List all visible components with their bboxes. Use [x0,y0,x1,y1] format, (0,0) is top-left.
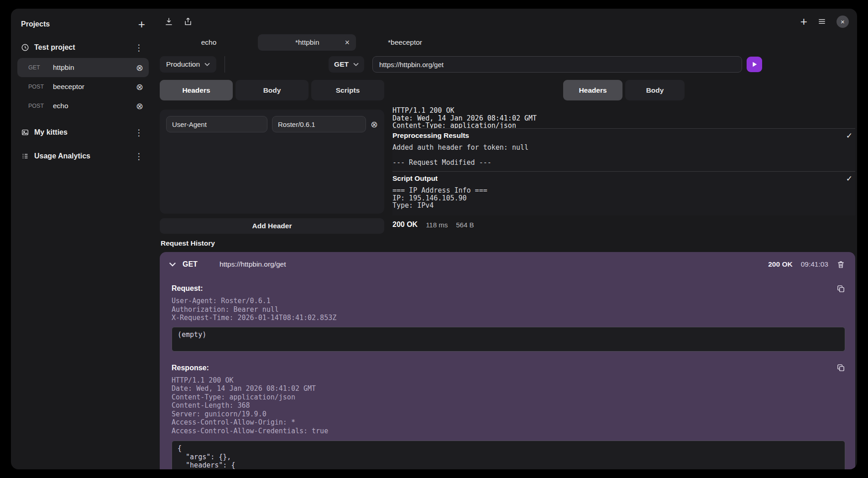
entry-url: https://httpbin.org/get [220,260,286,268]
close-tab-icon[interactable]: × [345,38,350,47]
response-headers-preview: HTTP/1.1 200 OK Date: Wed, 14 Jan 2026 0… [392,107,855,128]
status-size: 564 B [456,221,474,229]
request-method-badge: POST [28,103,53,109]
tab-request-headers[interactable]: Headers [160,80,233,100]
sidebar-header: Projects + [17,18,149,31]
method-label: GET [334,60,349,68]
environment-select[interactable]: Production [160,56,216,73]
request-editor-tabs: Headers Body Scripts [160,80,384,100]
share-icon [183,17,193,26]
new-tab-button[interactable]: + [800,16,807,27]
tab-httpbin[interactable]: *httpbin × [258,34,356,51]
copy-request-button[interactable] [837,284,845,293]
response-section-header: Response: [172,363,845,373]
tab-label: *beeceptor [388,38,422,47]
headers-editor: ⊗ [160,110,384,214]
delete-entry-button[interactable] [837,260,845,269]
request-item-httpbin[interactable]: GET httpbin ⊗ [17,58,149,77]
project-menu-button[interactable]: ⋮ [133,42,145,53]
tab-echo[interactable]: echo [160,34,258,51]
chevron-down-icon [169,262,176,267]
response-status-row: 200 OK 118 ms 564 B [392,219,855,230]
header-key-input[interactable] [166,116,267,132]
request-name: echo [53,102,136,110]
entry-meta: 200 OK 09:41:03 [768,260,845,269]
plus-icon: + [138,18,145,30]
sidebar-group-test-project[interactable]: Test project ⋮ [17,41,149,54]
add-header-button[interactable]: Add Header [160,218,384,234]
status-time: 118 ms [426,221,448,229]
url-input[interactable] [372,56,742,73]
copy-icon [837,363,845,372]
environment-label: Production [166,60,200,68]
send-button[interactable] [747,57,762,72]
toolbar-right: + × [800,16,849,28]
project-menu-button[interactable]: ⋮ [133,151,145,162]
editor-panels: Headers Body Scripts ⊗ Add Header Header… [160,80,855,234]
project-menu-button[interactable]: ⋮ [133,127,145,138]
status-code: 200 OK [392,221,418,229]
request-item-beeceptor[interactable]: POST beeceptor ⊗ [17,77,149,96]
entry-status: 200 OK [768,260,792,268]
remove-request-icon[interactable]: ⊗ [136,63,143,72]
preprocessing-results-title: Preprocessing Results [392,131,469,140]
new-project-button[interactable]: + [138,18,145,30]
preprocessing-results-header: Preprocessing Results ✓ [392,129,855,142]
preprocessing-results-card[interactable]: Preprocessing Results ✓ Added auth heade… [392,128,855,171]
group-label: Test project [34,43,128,52]
trash-icon [837,260,845,269]
play-icon [751,61,758,68]
check-icon: ✓ [846,131,852,141]
request-editor: Headers Body Scripts ⊗ Add Header [160,80,384,234]
chevron-down-icon [204,63,210,66]
tab-request-body[interactable]: Body [235,80,309,100]
header-row: ⊗ [166,116,378,132]
header-value-input[interactable] [272,116,366,132]
script-output-header: Script Output ✓ [392,172,855,185]
tab-response-headers[interactable]: Headers [563,80,622,100]
sidebar-title: Projects [21,20,50,28]
script-output-card[interactable]: Script Output ✓ === IP Address Info === … [392,171,855,215]
request-body-box: (empty) [172,327,845,352]
request-item-echo[interactable]: POST echo ⊗ [17,96,149,116]
group-label: Usage Analytics [34,152,128,160]
tab-request-scripts[interactable]: Scripts [311,80,384,100]
response-body-box: { "args": {}, "headers": { [172,441,845,469]
kebab-icon: ⋮ [133,127,145,138]
app-window: Projects + Test project ⋮ GET httpbin ⊗ … [11,9,857,469]
analytics-list-icon [21,152,29,160]
import-button[interactable] [164,17,173,26]
sidebar: Projects + Test project ⋮ GET httpbin ⊗ … [11,9,155,469]
remove-request-icon[interactable]: ⊗ [136,83,143,91]
remove-header-icon[interactable]: ⊗ [371,120,378,129]
entry-method: GET [183,260,198,268]
menu-button[interactable] [817,17,826,26]
sidebar-group-my-kitties[interactable]: My kitties ⋮ [17,126,149,139]
request-history-title: Request History [160,239,855,247]
export-button[interactable] [183,17,193,26]
sidebar-group-usage-analytics[interactable]: Usage Analytics ⋮ [17,149,149,163]
request-label: Request: [172,284,203,293]
collapse-entry-button[interactable] [169,260,176,268]
request-method-badge: POST [28,84,53,90]
preprocessing-results-output: Added auth header for token: null --- Re… [392,142,855,171]
request-section-header: Request: [172,284,845,293]
copy-response-button[interactable] [837,363,845,372]
history-entry-card: GET https://httpbin.org/get 200 OK 09:41… [160,252,855,469]
response-viewer-tabs: Headers Body [392,80,855,100]
close-window-button[interactable]: × [837,16,849,28]
copy-icon [837,284,845,293]
request-method-badge: GET [28,64,53,71]
chevron-down-icon [353,63,359,66]
file-tabs: echo *httpbin × *beeceptor [160,34,855,51]
history-entry-header[interactable]: GET https://httpbin.org/get 200 OK 09:41… [165,256,845,273]
method-select[interactable]: GET [329,56,364,73]
request-list: GET httpbin ⊗ POST beeceptor ⊗ POST echo… [17,58,149,116]
request-name: httpbin [53,63,136,72]
close-icon: × [841,18,845,26]
tab-response-body[interactable]: Body [625,80,685,100]
remove-request-icon[interactable]: ⊗ [136,102,143,110]
divider [225,56,225,73]
tab-beeceptor[interactable]: *beeceptor [356,34,454,51]
kebab-icon: ⋮ [133,42,145,53]
